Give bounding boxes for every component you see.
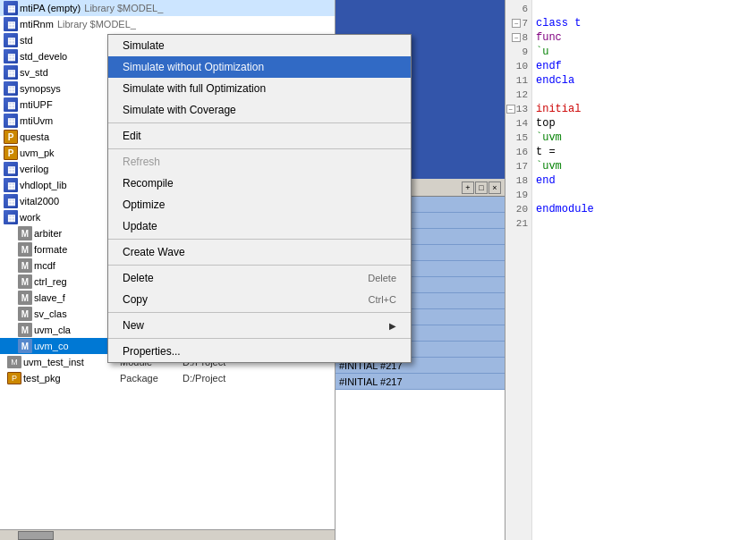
tree-row-test-pkg[interactable]: P test_pkg Package D:/Project — [0, 370, 335, 386]
menu-item-simulate-no-opt[interactable]: Simulate without Optimization — [108, 56, 411, 78]
line-number: 17 — [505, 159, 531, 173]
item-label: ctrl_reg — [34, 276, 67, 287]
line-number: −13 — [505, 102, 531, 116]
lib-icon: ▦ — [4, 17, 18, 31]
row-label: test_pkg — [23, 373, 61, 384]
menu-item-label: New — [123, 319, 144, 332]
code-text: func — [536, 31, 562, 44]
menu-item-properties[interactable]: Properties... — [108, 341, 411, 362]
menu-item-new[interactable]: New ▶ — [108, 315, 411, 336]
mod-icon: M — [18, 339, 32, 353]
expand-icon[interactable]: − — [506, 105, 515, 114]
code-line — [536, 2, 752, 16]
menu-separator-3 — [108, 239, 411, 240]
menu-item-label: Simulate with Coverage — [123, 104, 236, 116]
menu-separator-6 — [108, 338, 411, 339]
mod-icon: M — [18, 291, 32, 305]
lib-icon: ▦ — [4, 162, 18, 176]
lib-icon: ▦ — [4, 1, 18, 15]
item-label: std_develo — [20, 51, 67, 62]
mod-icon: M — [18, 307, 32, 321]
code-line: endmodule — [536, 202, 752, 216]
lib-icon: ▦ — [4, 194, 18, 208]
code-line: endcla — [536, 73, 752, 88]
expand-icon[interactable]: − — [512, 33, 521, 42]
lib-icon: ▦ — [4, 81, 18, 96]
item-label: synopsys — [20, 83, 61, 94]
mod-icon: M — [18, 258, 32, 273]
code-line: endf — [536, 59, 752, 73]
item-label: uvm_cla — [34, 325, 71, 335]
code-line — [536, 188, 752, 202]
line-number: 15 — [505, 131, 531, 145]
line-number: −7 — [505, 16, 531, 30]
scroll-thumb[interactable] — [18, 531, 54, 540]
menu-item-delete[interactable]: Delete Delete — [108, 267, 411, 289]
item-label: mtiUPF — [20, 99, 53, 110]
code-text: top — [536, 117, 556, 130]
item-label: vital2000 — [20, 196, 59, 207]
code-text: end — [536, 174, 556, 187]
menu-item-update[interactable]: Update — [108, 215, 411, 237]
item-label: work — [20, 212, 40, 223]
delete-shortcut: Delete — [368, 273, 396, 283]
item-label: uvm_co — [34, 341, 69, 351]
menu-item-simulate-coverage[interactable]: Simulate with Coverage — [108, 99, 411, 121]
pkg-icon: P — [4, 130, 18, 144]
lib-icon: ▦ — [4, 97, 18, 112]
code-line: initial — [536, 102, 752, 116]
line-numbers: 6−7−89101112−131415161718192021 — [505, 0, 532, 540]
line-number: 20 — [505, 202, 531, 216]
row-label: uvm_test_inst — [23, 357, 84, 367]
menu-item-copy[interactable]: Copy Ctrl+C — [108, 289, 411, 310]
expand-icon[interactable]: − — [512, 19, 521, 28]
menu-item-label: Optimize — [123, 198, 165, 211]
lib-icon: ▦ — [4, 33, 18, 47]
code-content: class t func `u endfendclainitial top `u… — [532, 0, 756, 540]
tree-item-mtiPA[interactable]: ▦ mtiPA (empty) Library $MODEL_ — [0, 0, 335, 16]
lib-icon: ▦ — [4, 49, 18, 63]
menu-item-optimize[interactable]: Optimize — [108, 194, 411, 215]
menu-item-label: Properties... — [123, 345, 181, 358]
menu-item-label: Refresh — [123, 156, 160, 168]
item-label: mtiPA (empty) — [20, 3, 81, 13]
line-number: 9 — [505, 45, 531, 59]
lib-icon: ▦ — [4, 210, 18, 224]
mod-icon: M — [18, 323, 32, 337]
instance-item: #INITIAL #217 — [336, 374, 505, 390]
menu-item-simulate-full-opt[interactable]: Simulate with full Optimization — [108, 78, 411, 99]
menu-item-edit[interactable]: Edit — [108, 125, 411, 147]
mod-icon: M — [18, 226, 32, 240]
menu-item-refresh: Refresh — [108, 151, 411, 173]
code-text: `uvm — [536, 131, 562, 144]
line-number: 11 — [505, 73, 531, 88]
item-label: std — [20, 35, 33, 46]
item-label: slave_f — [34, 292, 65, 303]
line-number: 21 — [505, 216, 531, 231]
code-line: end — [536, 173, 752, 188]
sim-maximize-button[interactable]: □ — [475, 181, 488, 194]
lib-icon: ▦ — [4, 178, 18, 192]
item-extra: Library $MODEL_ — [57, 19, 136, 30]
code-text: `uvm — [536, 160, 562, 173]
menu-item-label: Simulate without Optimization — [123, 61, 264, 73]
tree-item-mtiRnm[interactable]: ▦ mtiRnm Library $MODEL_ — [0, 16, 335, 32]
sim-close-button[interactable]: × — [488, 181, 501, 194]
menu-item-simulate[interactable]: Simulate — [108, 35, 411, 56]
sim-toolbar: + □ × — [462, 181, 501, 194]
line-number: 16 — [505, 145, 531, 159]
menu-item-recompile[interactable]: Recompile — [108, 173, 411, 194]
menu-separator-1 — [108, 122, 411, 123]
code-text: initial — [536, 103, 581, 115]
menu-item-create-wave[interactable]: Create Wave — [108, 241, 411, 263]
code-text: class t — [536, 17, 581, 30]
copy-shortcut: Ctrl+C — [369, 294, 396, 305]
item-label: sv_std — [20, 67, 48, 78]
item-label: questa — [20, 131, 49, 142]
line-number: 10 — [505, 59, 531, 73]
menu-item-label: Simulate with full Optimization — [123, 82, 266, 95]
horizontal-scrollbar[interactable] — [0, 529, 336, 540]
sim-add-button[interactable]: + — [462, 181, 474, 194]
item-label: mcdf — [34, 260, 55, 271]
submenu-arrow-icon: ▶ — [389, 321, 396, 331]
